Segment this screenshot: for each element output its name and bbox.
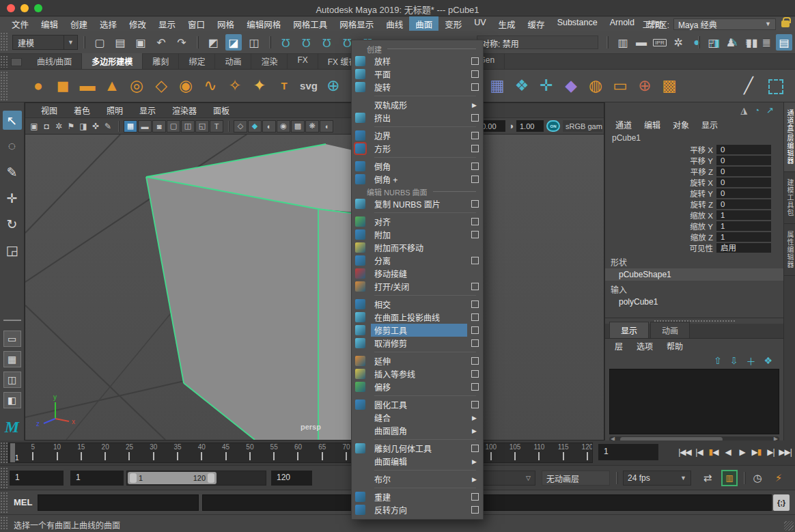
menu-item-取消修剪[interactable]: 取消修剪 bbox=[352, 337, 483, 350]
render-settings-icon[interactable]: ✲ bbox=[670, 34, 686, 51]
new-scene-icon[interactable]: ▢ bbox=[92, 34, 108, 51]
drag-grip[interactable] bbox=[0, 492, 8, 513]
lasso-select-tool[interactable]: ◌ bbox=[3, 137, 22, 156]
option-box[interactable] bbox=[471, 114, 479, 122]
option-box[interactable] bbox=[471, 218, 479, 225]
menu-item-倒角 +[interactable]: 倒角 + bbox=[352, 173, 483, 186]
sculpt-objects-icon[interactable]: ◰ bbox=[705, 34, 721, 51]
ipr-render-icon[interactable]: IPR bbox=[652, 34, 668, 51]
menu-item-反转方向[interactable]: 反转方向 bbox=[352, 503, 483, 516]
viewport-menu-着色[interactable]: 着色 bbox=[66, 104, 98, 116]
textured-mode[interactable]: ◐ bbox=[262, 120, 276, 132]
layout-single-pane[interactable]: ▭ bbox=[3, 331, 21, 347]
attribute-editor-toggle-icon[interactable]: ≣ bbox=[758, 34, 775, 51]
shelf-tab-渲染[interactable]: 渲染 bbox=[251, 53, 288, 69]
channel-box-menu-编辑[interactable]: 编辑 bbox=[639, 119, 665, 130]
menu-item-双轨成形[interactable]: 双轨成形▶ bbox=[352, 98, 483, 111]
hypershade-icon[interactable]: ● bbox=[688, 34, 705, 51]
object-name[interactable]: pCube1 bbox=[605, 131, 783, 144]
playback-start-field[interactable]: 1 bbox=[70, 471, 124, 486]
range-start-handle[interactable] bbox=[130, 473, 137, 483]
attribute-value-field[interactable]: 0 bbox=[716, 167, 771, 176]
menu-item-附加而不移动[interactable]: 附加而不移动 bbox=[352, 241, 483, 254]
resize-grip[interactable] bbox=[784, 521, 794, 531]
poly-helix-icon[interactable]: ∿ bbox=[199, 74, 221, 96]
safe-action-toggle[interactable]: ◱ bbox=[195, 120, 209, 132]
camera-lock-icon[interactable]: ◘ bbox=[40, 120, 53, 132]
type-tool-icon[interactable]: T bbox=[273, 74, 295, 96]
menubar-item-编辑[interactable]: 编辑 bbox=[35, 16, 64, 32]
menubar-item-曲面[interactable]: 曲面 bbox=[409, 16, 438, 32]
attribute-value-field[interactable]: 0 bbox=[716, 145, 771, 154]
evaluation-toolkit-icon[interactable]: ⚡ bbox=[770, 470, 787, 486]
option-box[interactable] bbox=[471, 401, 479, 408]
menubar-item-修改[interactable]: 修改 bbox=[123, 16, 152, 32]
option-box[interactable] bbox=[471, 506, 479, 514]
viewport-menu-照明[interactable]: 照明 bbox=[99, 104, 130, 116]
menu-item-对齐[interactable]: 对齐 bbox=[352, 215, 483, 228]
menu-item-延伸[interactable]: 延伸 bbox=[352, 354, 483, 367]
channel-box-menu-显示[interactable]: 显示 bbox=[697, 119, 723, 130]
wire-sphere-icon[interactable]: ◍ bbox=[585, 74, 606, 96]
grease-pencil-icon[interactable]: ✎ bbox=[102, 120, 114, 132]
menu-item-重建[interactable]: 重建 bbox=[352, 490, 483, 503]
viewport-menu-视图[interactable]: 视图 bbox=[33, 104, 65, 116]
channel-display-icon[interactable]: ◮ bbox=[740, 105, 747, 115]
render-view-icon[interactable]: ▥ bbox=[615, 34, 631, 51]
titlebar[interactable]: Autodesk Maya 2019: 无标题* --- pCube1 bbox=[0, 0, 795, 16]
menubar-item-窗口[interactable]: 窗口 bbox=[182, 16, 211, 32]
viewport-menu-显示[interactable]: 显示 bbox=[132, 104, 163, 116]
step-back-key-button[interactable]: ▮◀ bbox=[706, 443, 721, 461]
grid-plane-icon[interactable]: ▭ bbox=[609, 74, 631, 96]
playblast-preview-icon[interactable]: ▥ bbox=[721, 470, 738, 486]
step-forward-frame-button[interactable]: ▶| bbox=[764, 443, 778, 461]
go-to-end-button[interactable]: ▶▶| bbox=[778, 443, 792, 461]
menu-item-圆化工具[interactable]: 圆化工具 bbox=[352, 398, 483, 411]
shape-node[interactable]: pCubeShape1 bbox=[605, 268, 783, 281]
script-editor-button[interactable]: {;} bbox=[773, 494, 790, 511]
select-tool[interactable]: ↖ bbox=[3, 111, 22, 130]
lattice-icon[interactable]: ▩ bbox=[658, 74, 680, 96]
menu-item-边界[interactable]: 边界 bbox=[352, 129, 483, 142]
option-box[interactable] bbox=[471, 383, 479, 391]
grid-toggle[interactable]: ▦ bbox=[124, 120, 137, 132]
contrast-icon[interactable]: ◑ bbox=[508, 121, 514, 131]
menubar-item-Substance[interactable]: Substance bbox=[551, 16, 604, 32]
menubar-item-变形[interactable]: 变形 bbox=[438, 16, 468, 32]
attribute-value-field[interactable]: 启用 bbox=[716, 243, 771, 253]
menubar-item-选择[interactable]: 选择 bbox=[94, 16, 123, 32]
range-slider-bar[interactable]: 1 120 bbox=[128, 472, 217, 484]
menu-item-放样[interactable]: 放样 bbox=[352, 55, 483, 68]
snap-grid-icon[interactable]: Ω bbox=[277, 34, 294, 51]
menu-item-复制 NURBS 面片[interactable]: 复制 NURBS 面片 bbox=[352, 197, 483, 210]
cached-playback-icon[interactable]: ◷ bbox=[749, 470, 766, 486]
select-hierarchy-icon[interactable]: ◩ bbox=[205, 34, 221, 51]
menu-item-在曲面上投影曲线[interactable]: 在曲面上投影曲线 bbox=[352, 311, 483, 324]
channel-box-menu-通道[interactable]: 通道 bbox=[611, 119, 637, 130]
shelf-tab-动画[interactable]: 动画 bbox=[215, 53, 251, 69]
step-forward-key-button[interactable]: ▶▮ bbox=[749, 443, 764, 461]
menu-item-偏移[interactable]: 偏移 bbox=[352, 380, 483, 393]
rotate-tool[interactable]: ↻ bbox=[3, 214, 22, 234]
option-box[interactable] bbox=[471, 370, 479, 378]
use-default-material[interactable]: ◉ bbox=[277, 120, 290, 132]
option-box[interactable] bbox=[471, 145, 479, 152]
layout-four-pane[interactable]: ▦ bbox=[3, 351, 21, 367]
svg-tool-icon[interactable]: svg bbox=[298, 74, 320, 96]
pan-zoom-icon[interactable]: ✜ bbox=[89, 120, 102, 132]
menubar-item-生成[interactable]: 生成 bbox=[492, 16, 522, 32]
drag-grip[interactable] bbox=[0, 442, 8, 464]
option-box[interactable] bbox=[471, 163, 479, 170]
camera-settings-icon[interactable]: ✲ bbox=[53, 120, 65, 132]
step-back-frame-button[interactable]: |◀ bbox=[692, 443, 706, 461]
scale-tool[interactable]: ◲ bbox=[3, 240, 22, 260]
move-tool[interactable]: ✛ bbox=[3, 188, 22, 208]
layer-editor-menu-帮助[interactable]: 帮助 bbox=[661, 340, 688, 352]
character-controls-icon[interactable]: ♟ bbox=[723, 34, 739, 51]
layer-move-up-icon[interactable]: ⇧ bbox=[714, 355, 722, 366]
smooth-mesh-icon[interactable]: ◆ bbox=[560, 74, 582, 96]
multi-cut-icon[interactable]: ▦ bbox=[486, 74, 508, 96]
menu-item-修剪工具[interactable]: 修剪工具 bbox=[352, 324, 483, 337]
attribute-value-field[interactable]: 0 bbox=[716, 199, 771, 209]
side-tab-属性编辑器[interactable]: 属性编辑器 bbox=[784, 224, 795, 276]
